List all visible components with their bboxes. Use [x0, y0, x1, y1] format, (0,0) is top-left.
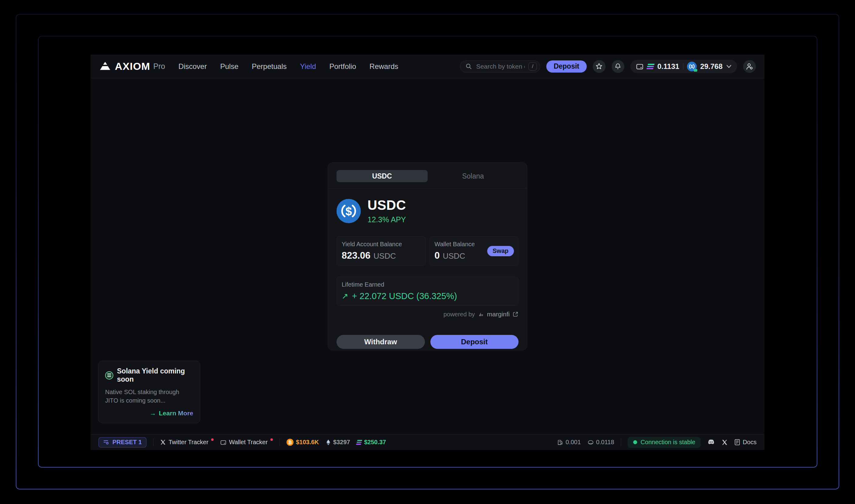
wallet-balance-value: 0 [435, 250, 440, 261]
preset-label: PRESET 1 [112, 439, 142, 446]
notification-dot [271, 438, 273, 441]
btc-ticker[interactable]: ₿ $103.6K [286, 439, 319, 446]
brand-suffix: Pro [153, 62, 165, 71]
docs-label: Docs [743, 439, 756, 446]
gas-value: 0.001 [566, 439, 581, 446]
arrow-up-right-icon: ↗ [342, 291, 349, 301]
provider-name: marginfi [487, 311, 510, 318]
usdc-icon-small: $ [687, 61, 697, 71]
brand-logo[interactable]: AXIOM Pro [99, 60, 165, 72]
twitter-tracker-label: Twitter Tracker [169, 439, 208, 446]
withdraw-button[interactable]: Withdraw [337, 335, 425, 349]
wallet-balances-chip[interactable]: 0.1131 $ 29.768 [630, 60, 737, 73]
tab-usdc[interactable]: USDC [337, 170, 428, 182]
usdc-balance: 29.768 [700, 62, 722, 71]
search-input[interactable] [476, 63, 525, 70]
notifications-button[interactable] [612, 60, 624, 73]
preset-button[interactable]: PRESET 1 [99, 437, 146, 448]
status-bar: PRESET 1 Twitter Tracker Wallet Tracker [90, 434, 765, 450]
search-box[interactable]: / [460, 60, 540, 73]
solana-yield-toast: Solana Yield coming soon Native SOL stak… [98, 361, 200, 423]
swap-button[interactable]: Swap [487, 246, 514, 256]
nav-item-pulse[interactable]: Pulse [220, 62, 239, 71]
token-apy: 12.3% APY [368, 215, 406, 224]
yield-balance-unit: USDC [373, 251, 396, 261]
powered-by-text: powered by [443, 311, 475, 318]
priority-fee-value: 0.0118 [596, 439, 614, 446]
brand-name: AXIOM [115, 60, 150, 72]
chip-divider [683, 63, 683, 70]
toast-title: Solana Yield coming soon [117, 367, 193, 383]
svg-text:$: $ [691, 64, 693, 69]
watchlist-button[interactable] [593, 60, 606, 73]
eth-price: $3297 [333, 439, 350, 446]
connection-label: Connection is stable [641, 439, 695, 446]
ethereum-icon [326, 439, 331, 446]
eth-ticker[interactable]: $3297 [326, 439, 350, 446]
x-social-button[interactable] [721, 439, 728, 445]
wallet-balance-unit: USDC [443, 251, 465, 261]
sol-price: $250.37 [364, 439, 386, 446]
priority-fee-metric: 0.0118 [588, 439, 614, 446]
status-dot [633, 440, 637, 444]
nav-item-portfolio[interactable]: Portfolio [329, 62, 356, 71]
toast-body: Native SOL staking through JITO is comin… [105, 388, 193, 405]
sol-ticker[interactable]: $250.37 [357, 439, 386, 446]
lifetime-earned-value: + 22.072 USDC (36.325%) [352, 291, 457, 301]
lifetime-earned-panel: Lifetime Earned ↗ + 22.072 USDC (36.325%… [337, 276, 519, 306]
search-icon [465, 63, 472, 70]
yield-card: USDC Solana $ USDC 12.3% APY Yield Accou… [328, 162, 527, 350]
search-hotkey: / [528, 62, 537, 71]
user-settings-icon [746, 63, 753, 70]
x-icon [721, 439, 728, 445]
coin-icon [588, 439, 594, 445]
marginfi-logo-icon [478, 311, 484, 317]
star-icon [595, 63, 603, 70]
divider [153, 439, 154, 446]
gas-metric: 0.001 [557, 439, 581, 446]
solana-icon [646, 64, 655, 69]
asset-tabs: USDC Solana [328, 163, 527, 188]
deposit-button[interactable]: Deposit [430, 335, 519, 349]
twitter-tracker-button[interactable]: Twitter Tracker [160, 439, 214, 446]
yield-balance-panel: Yield Account Balance 823.06 USDC [337, 236, 426, 266]
learn-more-link[interactable]: → Learn More [105, 410, 193, 417]
wallet-small-icon [220, 439, 226, 445]
docs-button[interactable]: Docs [734, 439, 756, 446]
wallet-tracker-button[interactable]: Wallet Tracker [220, 439, 273, 446]
x-icon [160, 439, 166, 445]
chevron-down-icon [726, 65, 732, 68]
usdc-swap-badge [694, 69, 697, 72]
top-navbar: AXIOM Pro Discover Pulse Perpetuals Yiel… [90, 55, 765, 78]
sol-balance: 0.1131 [658, 62, 679, 71]
balances-row: Yield Account Balance 823.06 USDC Wallet… [337, 236, 519, 266]
learn-more-label: Learn More [159, 410, 193, 417]
nav-item-perpetuals[interactable]: Perpetuals [252, 62, 287, 71]
yield-balance-label: Yield Account Balance [342, 241, 421, 248]
usdc-logo-icon: $ [337, 199, 361, 223]
wallet-icon [636, 63, 644, 70]
document-icon [734, 439, 740, 445]
nav-item-rewards[interactable]: Rewards [369, 62, 398, 71]
token-title: USDC [368, 198, 406, 213]
deposit-button-top[interactable]: Deposit [546, 60, 587, 73]
nav-item-yield[interactable]: Yield [300, 62, 316, 71]
tab-solana[interactable]: Solana [428, 170, 519, 182]
main-nav: Discover Pulse Perpetuals Yield Portfoli… [178, 62, 398, 71]
yield-balance-value: 823.06 [342, 250, 371, 261]
token-header: $ USDC 12.3% APY [328, 188, 527, 224]
powered-by-row[interactable]: powered by marginfi [337, 311, 519, 318]
axiom-logo-icon [99, 61, 111, 72]
bell-icon [614, 63, 621, 70]
wallet-tracker-label: Wallet Tracker [229, 439, 268, 446]
divider [621, 439, 621, 446]
gas-pump-icon [557, 439, 563, 445]
bitcoin-icon: ₿ [286, 439, 294, 446]
account-menu-button[interactable] [743, 60, 756, 73]
arrow-right-icon: → [150, 410, 156, 417]
btc-price: $103.6K [296, 439, 319, 446]
nav-item-discover[interactable]: Discover [178, 62, 207, 71]
notification-dot [211, 438, 214, 441]
discord-button[interactable] [707, 439, 715, 445]
connection-status: Connection is stable [628, 437, 701, 448]
